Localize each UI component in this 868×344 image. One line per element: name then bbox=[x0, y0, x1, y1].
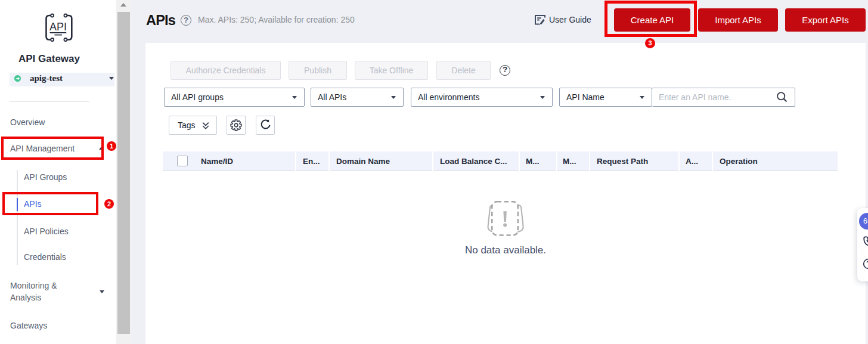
svg-text:API: API bbox=[49, 21, 67, 33]
